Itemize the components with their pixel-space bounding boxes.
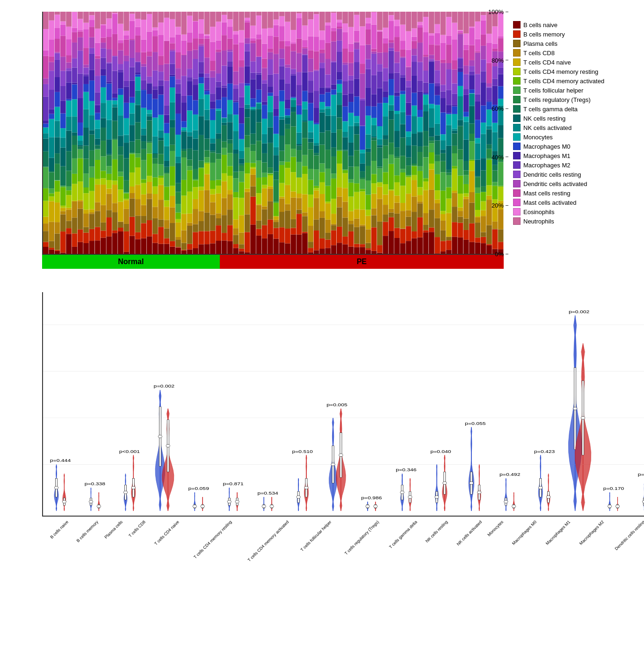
svg-rect-462 <box>164 244 170 254</box>
svg-rect-949 <box>290 198 296 219</box>
svg-rect-444 <box>158 185 164 200</box>
svg-rect-326 <box>123 40 129 56</box>
svg-rect-1068 <box>319 102 325 109</box>
svg-rect-1136 <box>337 72 342 80</box>
svg-rect-525 <box>175 35 181 52</box>
svg-rect-1129 <box>337 150 342 151</box>
svg-rect-1724 <box>492 171 498 182</box>
svg-rect-441 <box>158 227 164 244</box>
svg-rect-994 <box>302 194 308 212</box>
svg-rect-1297 <box>377 12 383 30</box>
legend-item: B cells naive <box>513 21 635 29</box>
svg-rect-219 <box>95 12 101 29</box>
svg-rect-292 <box>118 176 123 189</box>
svg-rect-89 <box>66 228 72 234</box>
svg-rect-316 <box>123 180 129 193</box>
svg-rect-558 <box>187 160 193 166</box>
svg-rect-501 <box>170 50 175 51</box>
svg-rect-1089 <box>325 108 331 115</box>
svg-rect-1437 <box>417 166 423 171</box>
svg-rect-169 <box>83 74 89 76</box>
svg-point-1861 <box>408 496 412 498</box>
svg-rect-1399 <box>406 115 412 132</box>
svg-rect-360 <box>135 139 141 153</box>
svg-rect-1262 <box>371 141 377 161</box>
svg-rect-791 <box>245 12 250 18</box>
svg-rect-404 <box>147 142 152 144</box>
svg-rect-115 <box>72 184 78 201</box>
svg-rect-243 <box>106 217 112 237</box>
svg-rect-14 <box>43 121 49 124</box>
svg-rect-1604 <box>458 30 463 31</box>
svg-rect-1328 <box>389 143 394 155</box>
svg-rect-1618 <box>463 117 469 122</box>
svg-rect-1191 <box>354 219 360 227</box>
svg-rect-735 <box>233 154 239 172</box>
svg-rect-883 <box>274 220 279 222</box>
svg-rect-1373 <box>400 137 405 156</box>
svg-text:p<0.001: p<0.001 <box>119 449 140 453</box>
svg-rect-817 <box>256 205 262 221</box>
svg-rect-1629 <box>469 223 475 242</box>
svg-rect-1379 <box>400 75 405 77</box>
svg-rect-163 <box>83 146 89 159</box>
svg-rect-442 <box>158 220 164 227</box>
svg-rect-531 <box>181 230 187 243</box>
svg-rect-1190 <box>354 227 360 244</box>
svg-rect-850 <box>262 101 268 105</box>
svg-rect-906 <box>279 197 285 199</box>
svg-rect-314 <box>123 194 129 199</box>
svg-rect-634 <box>204 38 210 57</box>
svg-rect-1119 <box>331 28 337 31</box>
svg-rect-1048 <box>314 108 319 123</box>
svg-rect-863 <box>268 175 273 186</box>
svg-rect-1598 <box>458 68 463 72</box>
svg-rect-1603 <box>458 31 463 33</box>
svg-rect-148 <box>78 50 83 73</box>
svg-rect-884 <box>274 216 279 220</box>
svg-rect-1505 <box>434 140 440 155</box>
svg-rect-1688 <box>481 59 486 71</box>
svg-rect-262 <box>106 18 112 29</box>
svg-rect-403 <box>147 143 152 153</box>
svg-rect-684 <box>222 215 227 233</box>
legend-label: B cells memory <box>523 31 565 38</box>
svg-rect-1532 <box>441 98 446 112</box>
svg-rect-1565 <box>452 193 457 207</box>
svg-rect-1258 <box>371 194 377 208</box>
svg-rect-294 <box>118 155 123 172</box>
svg-rect-394 <box>141 20 146 40</box>
svg-rect-1525 <box>441 172 446 190</box>
svg-rect-820 <box>256 178 262 193</box>
svg-rect-1678 <box>481 192 486 201</box>
svg-rect-802 <box>250 110 256 134</box>
svg-rect-721 <box>227 50 233 51</box>
svg-rect-310 <box>123 224 129 231</box>
svg-rect-874 <box>268 59 273 75</box>
svg-rect-76 <box>60 148 66 166</box>
svg-rect-490 <box>170 166 175 186</box>
svg-rect-1600 <box>458 57 463 59</box>
svg-rect-1389 <box>406 210 412 217</box>
svg-rect-447 <box>158 165 164 176</box>
svg-rect-1425 <box>412 49 417 55</box>
svg-rect-150 <box>78 31 83 37</box>
svg-rect-1658 <box>475 177 480 187</box>
svg-rect-724 <box>227 19 233 27</box>
svg-rect-598 <box>198 190 204 211</box>
svg-rect-271 <box>112 140 118 159</box>
svg-rect-749 <box>239 249 245 252</box>
svg-rect-1664 <box>475 101 480 120</box>
svg-rect-58 <box>55 77 60 92</box>
svg-rect-639 <box>210 230 216 243</box>
svg-rect-1344 <box>394 214 400 228</box>
svg-rect-1105 <box>331 199 337 214</box>
svg-rect-1292 <box>377 64 383 72</box>
svg-rect-248 <box>106 174 112 180</box>
svg-rect-123 <box>72 84 78 99</box>
svg-rect-1685 <box>481 106 486 123</box>
svg-rect-1052 <box>314 51 319 70</box>
svg-rect-713 <box>227 139 233 144</box>
svg-rect-1315 <box>383 52 388 68</box>
svg-rect-1634 <box>469 160 475 161</box>
